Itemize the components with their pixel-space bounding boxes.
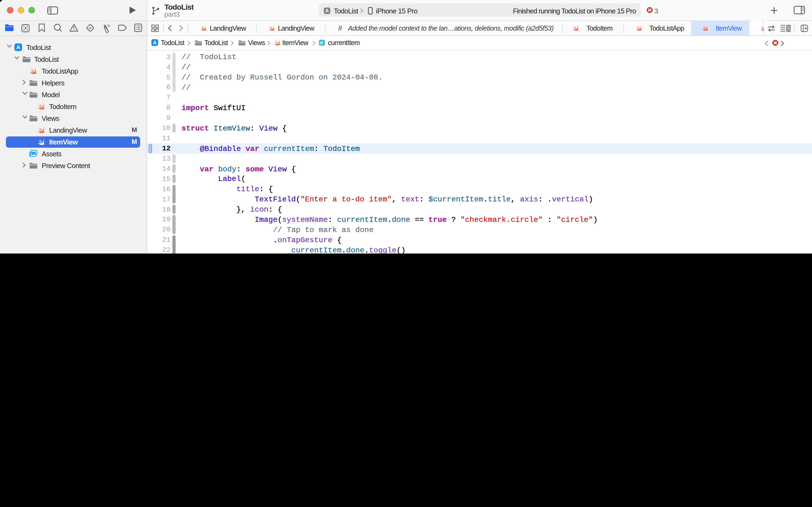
svg-text:A: A (16, 44, 20, 50)
svg-text:A: A (153, 40, 157, 45)
